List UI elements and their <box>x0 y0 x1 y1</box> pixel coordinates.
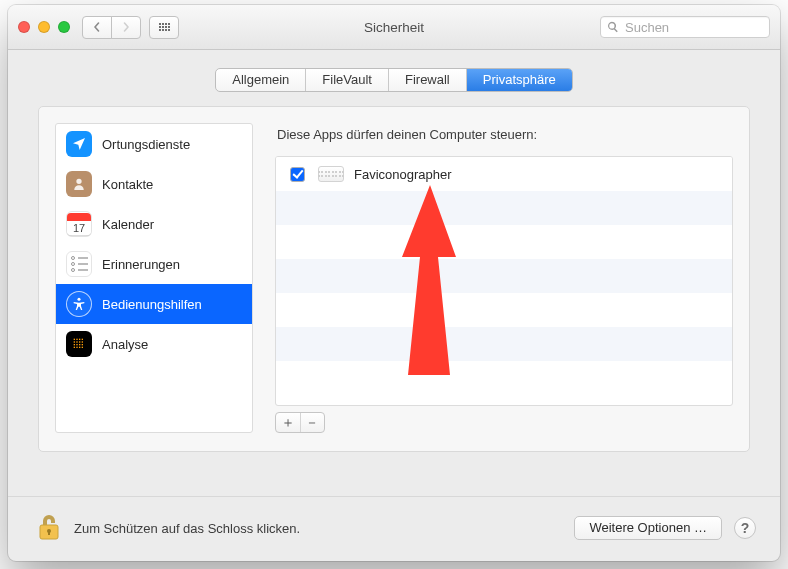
remove-app-button[interactable]: － <box>301 413 325 432</box>
sidebar-item-location[interactable]: Ortungsdienste <box>56 124 252 164</box>
more-options-button[interactable]: Weitere Optionen … <box>574 516 722 540</box>
app-row-empty <box>276 293 732 327</box>
panel-description: Diese Apps dürfen deinen Computer steuer… <box>277 127 733 142</box>
sidebar-item-label: Kontakte <box>102 177 153 192</box>
svg-rect-4 <box>82 339 83 340</box>
nav-buttons <box>82 16 141 39</box>
svg-rect-10 <box>76 344 77 345</box>
app-list[interactable]: Faviconographer <box>275 156 733 406</box>
svg-point-0 <box>77 298 80 301</box>
svg-rect-12 <box>82 344 83 345</box>
forward-button[interactable] <box>111 16 141 39</box>
location-icon <box>66 131 92 157</box>
preferences-window: Sicherheit Allgemein FileVault Firewall … <box>8 5 780 561</box>
svg-rect-8 <box>82 341 83 342</box>
titlebar: Sicherheit <box>8 5 780 50</box>
svg-rect-6 <box>76 341 77 342</box>
app-row-empty <box>276 191 732 225</box>
contacts-icon <box>66 171 92 197</box>
accessibility-icon <box>66 291 92 317</box>
svg-rect-2 <box>76 339 77 340</box>
svg-rect-14 <box>76 347 77 348</box>
svg-rect-16 <box>82 347 83 348</box>
search-field[interactable] <box>600 16 770 38</box>
sidebar-item-label: Bedienungshilfen <box>102 297 202 312</box>
tab-privacy[interactable]: Privatsphäre <box>467 69 572 91</box>
privacy-panel: Ortungsdienste Kontakte 17 Kalender <box>38 106 750 452</box>
app-row-empty <box>276 259 732 293</box>
window-controls <box>18 21 70 33</box>
sidebar-item-calendar[interactable]: 17 Kalender <box>56 204 252 244</box>
app-row-empty <box>276 225 732 259</box>
analytics-icon <box>66 331 92 357</box>
category-list[interactable]: Ortungsdienste Kontakte 17 Kalender <box>55 123 253 433</box>
lock-icon[interactable] <box>36 513 62 543</box>
calendar-icon: 17 <box>66 211 92 237</box>
show-all-prefs-button[interactable] <box>149 16 179 39</box>
footer: Zum Schützen auf das Schloss klicken. We… <box>8 496 780 543</box>
reminders-icon <box>66 251 92 277</box>
search-input[interactable] <box>623 19 763 36</box>
svg-rect-7 <box>79 341 80 342</box>
svg-rect-13 <box>74 347 75 348</box>
tab-general[interactable]: Allgemein <box>216 69 306 91</box>
grid-icon <box>159 23 170 31</box>
svg-rect-11 <box>79 344 80 345</box>
close-window-button[interactable] <box>18 21 30 33</box>
sidebar-item-label: Analyse <box>102 337 148 352</box>
lock-description: Zum Schützen auf das Schloss klicken. <box>74 521 300 536</box>
search-icon <box>607 21 619 33</box>
app-row[interactable]: Faviconographer <box>276 157 732 191</box>
add-remove-buttons: ＋ － <box>275 412 325 433</box>
back-button[interactable] <box>82 16 112 39</box>
zoom-window-button[interactable] <box>58 21 70 33</box>
app-enabled-checkbox[interactable] <box>290 167 305 182</box>
keyboard-app-icon <box>318 166 344 182</box>
minimize-window-button[interactable] <box>38 21 50 33</box>
app-name: Faviconographer <box>354 167 452 182</box>
tabs-row: Allgemein FileVault Firewall Privatsphär… <box>8 50 780 106</box>
add-app-button[interactable]: ＋ <box>276 413 301 432</box>
svg-rect-9 <box>74 344 75 345</box>
sidebar-item-analytics[interactable]: Analyse <box>56 324 252 364</box>
apps-panel: Diese Apps dürfen deinen Computer steuer… <box>275 123 733 433</box>
svg-rect-3 <box>79 339 80 340</box>
sidebar-item-label: Kalender <box>102 217 154 232</box>
sidebar-item-label: Ortungsdienste <box>102 137 190 152</box>
sidebar-item-accessibility[interactable]: Bedienungshilfen <box>56 284 252 324</box>
sidebar-item-contacts[interactable]: Kontakte <box>56 164 252 204</box>
app-row-empty <box>276 327 732 361</box>
help-button[interactable]: ? <box>734 517 756 539</box>
svg-rect-15 <box>79 347 80 348</box>
sidebar-item-reminders[interactable]: Erinnerungen <box>56 244 252 284</box>
tab-firewall[interactable]: Firewall <box>389 69 467 91</box>
tab-bar: Allgemein FileVault Firewall Privatsphär… <box>215 68 573 92</box>
sidebar-item-label: Erinnerungen <box>102 257 180 272</box>
tab-filevault[interactable]: FileVault <box>306 69 389 91</box>
svg-rect-5 <box>74 341 75 342</box>
calendar-day: 17 <box>67 221 91 235</box>
svg-rect-1 <box>74 339 75 340</box>
svg-rect-19 <box>48 531 50 535</box>
